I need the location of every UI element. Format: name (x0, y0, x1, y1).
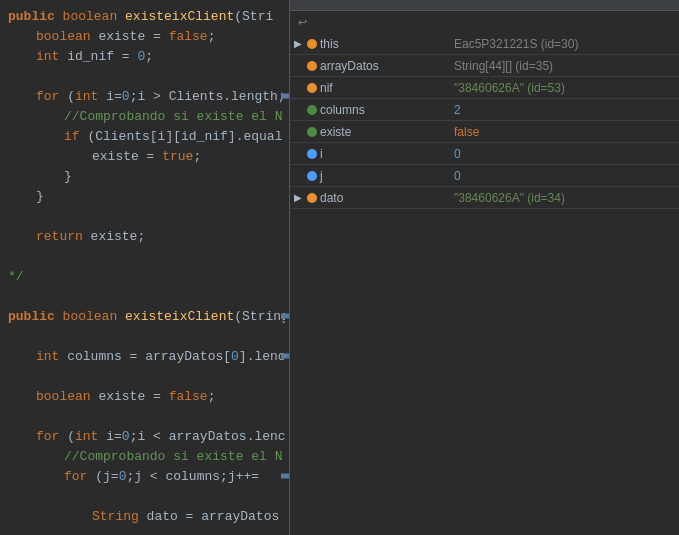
code-line (0, 486, 289, 506)
debug-row[interactable]: nif"38460626A" (id=53) (290, 77, 679, 99)
line-content: return existe; (8, 229, 285, 244)
debug-value-cell: 0 (450, 147, 679, 161)
variable-name: this (320, 37, 339, 51)
debug-row[interactable]: j0 (290, 165, 679, 187)
code-line (0, 66, 289, 86)
variable-dot-icon (307, 105, 317, 115)
variable-dot-icon (307, 127, 317, 137)
code-line: for (int i=0;i < arrayDatos.lenc (0, 426, 289, 446)
line-content: String dato = arrayDatos (8, 509, 285, 524)
expand-arrow[interactable]: ▶ (294, 38, 304, 49)
debug-row[interactable]: existefalse (290, 121, 679, 143)
line-content: existe = true; (8, 149, 285, 164)
debug-name-cell: columns (290, 103, 450, 117)
code-line: */ (0, 266, 289, 286)
debug-value-cell: "38460626A" (id=53) (450, 81, 679, 95)
code-line: //Comprobando si existe el N (0, 446, 289, 466)
line-content: for (j=0;j < columns;j++= (8, 469, 285, 484)
code-line: public boolean existeixClient(String (0, 306, 289, 326)
variable-name: arrayDatos (320, 59, 379, 73)
code-line (0, 286, 289, 306)
debug-name-cell: ▶dato (290, 191, 450, 205)
scrollbar-mark (281, 474, 289, 479)
debug-row[interactable]: arrayDatosString[44][] (id=35) (290, 55, 679, 77)
debug-name-cell: ▶this (290, 37, 450, 51)
debug-body[interactable]: ↩ ▶thisEac5P321221S (id=30)arrayDatosStr… (290, 11, 679, 535)
code-line: public boolean existeixClient(Stri (0, 6, 289, 26)
debug-row[interactable]: ▶thisEac5P321221S (id=30) (290, 33, 679, 55)
debug-row[interactable]: i0 (290, 143, 679, 165)
line-content: int id_nif = 0; (8, 49, 285, 64)
code-line: int id_nif = 0; (0, 46, 289, 66)
line-content: public boolean existeixClient(Stri (8, 9, 285, 24)
line-content: for (int i=0;i > Clients.length; (8, 89, 285, 104)
debug-name-cell: arrayDatos (290, 59, 450, 73)
debug-value-cell: 0 (450, 169, 679, 183)
line-content: boolean existe = false; (8, 389, 285, 404)
debug-col-value (450, 2, 679, 8)
code-line: String dato = arrayDatos (0, 506, 289, 526)
code-line (0, 206, 289, 226)
debug-name-cell: existe (290, 125, 450, 139)
variable-name: nif (320, 81, 333, 95)
code-line (0, 406, 289, 426)
debug-name-cell: nif (290, 81, 450, 95)
debug-col-name (290, 2, 450, 8)
code-line: for (int i=0;i > Clients.length; (0, 86, 289, 106)
code-editor[interactable]: public boolean existeixClient(Striboolea… (0, 0, 290, 535)
code-line: } (0, 166, 289, 186)
debug-name-cell: i (290, 147, 450, 161)
line-content: for (int i=0;i < arrayDatos.lenc (8, 429, 285, 444)
debug-value-cell: "38460626A" (id=34) (450, 191, 679, 205)
variable-dot-icon (307, 61, 317, 71)
debug-panel: ↩ ▶thisEac5P321221S (id=30)arrayDatosStr… (290, 0, 679, 535)
code-line (0, 326, 289, 346)
debug-row[interactable]: columns2 (290, 99, 679, 121)
code-line: existe = true; (0, 146, 289, 166)
variable-dot-icon (307, 193, 317, 203)
line-content: if (Clients[i][id_nif].equal (8, 129, 285, 144)
no-return-row: ↩ (290, 11, 679, 33)
variable-name: dato (320, 191, 343, 205)
code-line: for (j=0;j < columns;j++= (0, 466, 289, 486)
variable-dot-icon (307, 149, 317, 159)
code-line: int columns = arrayDatos[0].lenc (0, 346, 289, 366)
debug-header (290, 0, 679, 11)
line-content: public boolean existeixClient(String (8, 309, 285, 324)
line-content: } (8, 169, 285, 184)
line-content: //Comprobando si existe el N (8, 109, 285, 124)
return-icon: ↩ (298, 16, 307, 29)
debug-value-cell: false (450, 125, 679, 139)
variable-dot-icon (307, 171, 317, 181)
line-content: */ (8, 269, 285, 284)
code-line: boolean existe = false; (0, 26, 289, 46)
debug-name-cell: j (290, 169, 450, 183)
line-content: } (8, 189, 285, 204)
line-content: //Comprobando si existe el N (8, 449, 285, 464)
variable-name: i (320, 147, 323, 161)
code-line: if (Clients[i][id_nif].equal (0, 126, 289, 146)
code-line (0, 246, 289, 266)
variable-dot-icon (307, 83, 317, 93)
code-line (0, 526, 289, 531)
line-content: boolean existe = false; (8, 29, 285, 44)
code-line: return existe; (0, 226, 289, 246)
variable-name: existe (320, 125, 351, 139)
code-line (0, 366, 289, 386)
expand-arrow[interactable]: ▶ (294, 192, 304, 203)
code-line: //Comprobando si existe el N (0, 106, 289, 126)
debug-value-cell: String[44][] (id=35) (450, 59, 679, 73)
code-line: boolean existe = false; (0, 386, 289, 406)
line-content: int columns = arrayDatos[0].lenc (8, 349, 285, 364)
debug-row[interactable]: ▶dato"38460626A" (id=34) (290, 187, 679, 209)
debug-value-cell: 2 (450, 103, 679, 117)
scrollbar-mark (281, 314, 289, 319)
variable-dot-icon (307, 39, 317, 49)
variable-name: j (320, 169, 323, 183)
scrollbar-mark (281, 354, 289, 359)
variable-name: columns (320, 103, 365, 117)
debug-value-cell: Eac5P321221S (id=30) (450, 37, 679, 51)
code-line: } (0, 186, 289, 206)
scrollbar-mark (281, 94, 289, 99)
